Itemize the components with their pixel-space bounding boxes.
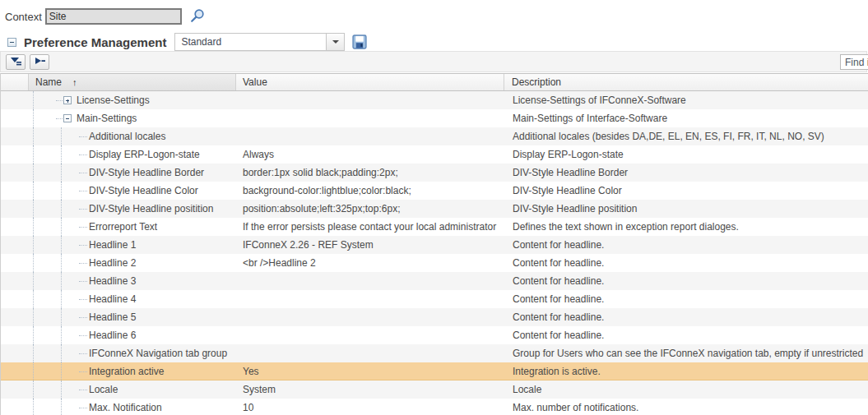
value-cell: position:absolute;left:325px;top:6px; bbox=[236, 200, 505, 218]
preference-name: Locale bbox=[1, 380, 236, 399]
tree-guide-line bbox=[61, 200, 62, 218]
name-cell: Additional locales bbox=[1, 127, 236, 145]
table-row[interactable]: DIV-Style Headline Borderborder:1px soli… bbox=[1, 164, 868, 182]
tree-guide-stub bbox=[79, 227, 87, 228]
tree-guide-stub bbox=[79, 408, 87, 408]
preference-name: Headline 2 bbox=[1, 254, 236, 272]
value-cell bbox=[236, 344, 505, 362]
tree-guide-line bbox=[61, 362, 62, 380]
tree-guide-line bbox=[33, 380, 34, 399]
tree-guide-line bbox=[33, 109, 34, 127]
table-row[interactable]: IFConneX Navigation tab groupGroup for U… bbox=[1, 344, 868, 362]
tree-guide-line bbox=[61, 272, 62, 290]
table-row[interactable]: LocaleSystemLocale bbox=[1, 380, 868, 399]
tree-guide-stub bbox=[79, 281, 87, 282]
value-cell bbox=[236, 272, 505, 290]
preference-name: Headline 5 bbox=[1, 308, 236, 326]
value-cell bbox=[236, 127, 505, 145]
preference-name: DIV-Style Headline Color bbox=[1, 182, 236, 200]
preference-name: Display ERP-Logon-state bbox=[1, 145, 236, 164]
context-bar: Context bbox=[5, 7, 206, 25]
collapse-all-button[interactable] bbox=[6, 54, 26, 70]
tree-guide-line bbox=[33, 145, 34, 164]
preference-name: License-Settings bbox=[1, 91, 236, 109]
description-cell: DIV-Style Headline positition bbox=[505, 200, 868, 218]
expand-icon[interactable] bbox=[63, 96, 72, 104]
save-button[interactable] bbox=[352, 35, 367, 49]
preference-name: Main-Settings bbox=[1, 109, 236, 127]
tree-guide-stub bbox=[56, 118, 63, 119]
triangle-right-minus-icon bbox=[34, 56, 46, 68]
column-header-value[interactable]: Value bbox=[236, 74, 504, 90]
grid-header-row: Name↑ Value Description bbox=[1, 73, 868, 91]
tree-guide-line bbox=[61, 308, 62, 326]
preference-name: Integration active bbox=[1, 362, 236, 380]
tree-guide-stub bbox=[79, 245, 87, 246]
table-row[interactable]: Max. Notification10Max. number of notifi… bbox=[1, 399, 868, 415]
name-cell: License-Settings bbox=[1, 91, 236, 109]
floppy-disk-icon bbox=[352, 39, 367, 52]
find-input[interactable] bbox=[840, 54, 868, 70]
value-cell bbox=[236, 109, 505, 127]
table-row[interactable]: DIV-Style Headline Colorbackground-color… bbox=[1, 182, 868, 200]
value-cell: <br />Headline 2 bbox=[236, 254, 505, 272]
preference-name: Headline 6 bbox=[1, 326, 236, 344]
tree-guide-line bbox=[33, 127, 34, 145]
value-cell: background-color:lightblue;color:black; bbox=[236, 182, 505, 200]
table-row[interactable]: Display ERP-Logon-stateAlwaysDisplay ERP… bbox=[1, 145, 868, 164]
magnifier-icon bbox=[189, 15, 206, 27]
expand-node-button[interactable] bbox=[30, 54, 49, 70]
tree-guide-line bbox=[61, 326, 62, 344]
table-row[interactable]: Main-SettingsMain-Settings of Interface-… bbox=[1, 109, 868, 127]
tree-guide-line bbox=[61, 236, 62, 254]
description-cell: Content for headline. bbox=[505, 308, 868, 326]
description-cell: Content for headline. bbox=[505, 236, 868, 254]
description-cell: Group for Users who can see the IFConneX… bbox=[505, 344, 868, 362]
name-cell: Integration active bbox=[1, 362, 236, 380]
column-header-name[interactable]: Name↑ bbox=[29, 74, 236, 90]
tree-guide-stub bbox=[79, 299, 87, 300]
table-row[interactable]: Headline 3Content for headline. bbox=[1, 272, 868, 290]
description-cell: Additional locales (besides DA,DE, EL, E… bbox=[505, 127, 868, 145]
tree-guide-stub bbox=[79, 317, 87, 318]
tree-guide-stub bbox=[79, 154, 87, 155]
tree-guide-line bbox=[33, 218, 34, 236]
table-row[interactable]: Errorreport TextIf the error persists pl… bbox=[1, 218, 868, 236]
tree-guide-line bbox=[61, 182, 62, 200]
context-input[interactable] bbox=[45, 8, 182, 25]
table-row[interactable]: DIV-Style Headline posititionposition:ab… bbox=[1, 200, 868, 218]
value-cell: Yes bbox=[236, 362, 505, 380]
collapse-icon[interactable] bbox=[63, 114, 72, 122]
value-cell bbox=[236, 290, 505, 308]
value-cell bbox=[236, 308, 505, 326]
table-row[interactable]: Headline 2<br />Headline 2Content for he… bbox=[1, 254, 868, 272]
table-row[interactable]: Additional localesAdditional locales (be… bbox=[1, 127, 868, 145]
name-cell: Locale bbox=[1, 380, 236, 399]
tree-guide-line bbox=[61, 164, 62, 182]
description-cell: Content for headline. bbox=[505, 254, 868, 272]
table-row[interactable]: Headline 5Content for headline. bbox=[1, 308, 868, 326]
preset-combobox[interactable]: Standard bbox=[174, 33, 345, 51]
tree-guide-stub bbox=[79, 353, 87, 354]
triangle-down-lines-icon bbox=[10, 56, 22, 68]
table-row[interactable]: License-SettingsLicense-Settings of IFCo… bbox=[1, 91, 868, 109]
name-cell: DIV-Style Headline Color bbox=[1, 182, 236, 200]
description-cell: Content for headline. bbox=[505, 272, 868, 290]
table-row[interactable]: Integration activeYesIntegration is acti… bbox=[1, 362, 868, 380]
search-button[interactable] bbox=[189, 8, 206, 25]
name-cell: Max. Notification bbox=[1, 399, 236, 415]
preference-name: Additional locales bbox=[1, 127, 236, 145]
sort-asc-icon: ↑ bbox=[72, 77, 77, 87]
collapse-section-icon[interactable] bbox=[7, 38, 16, 47]
table-row[interactable]: Headline 6Content for headline. bbox=[1, 326, 868, 344]
tree-guide-line bbox=[33, 290, 34, 308]
name-cell: Headline 2 bbox=[1, 254, 236, 272]
description-cell: Content for headline. bbox=[505, 326, 868, 344]
grid-header-gutter bbox=[1, 74, 29, 90]
combobox-dropdown-button[interactable] bbox=[326, 34, 344, 50]
preference-name: Headline 4 bbox=[1, 290, 236, 308]
table-row[interactable]: Headline 1IFConneX 2.26 - REF SystemCont… bbox=[1, 236, 868, 254]
table-row[interactable]: Headline 4Content for headline. bbox=[1, 290, 868, 308]
column-header-description[interactable]: Description bbox=[504, 74, 868, 90]
tree-guide-line bbox=[33, 326, 34, 344]
